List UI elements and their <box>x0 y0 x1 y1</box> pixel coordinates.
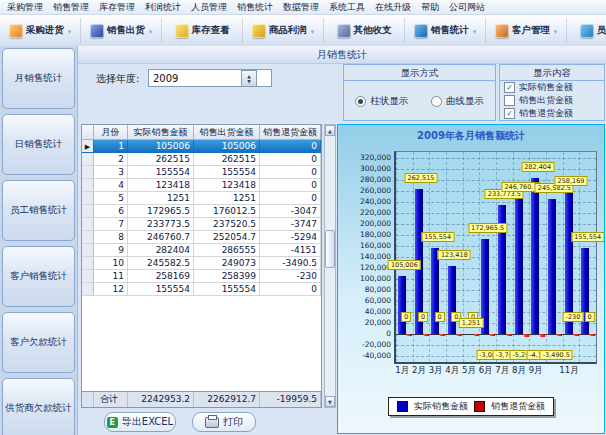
table-cell: 176012.5 <box>194 205 260 218</box>
table-row[interactable]: 31555541555540 <box>82 166 321 179</box>
table-cell: 1251 <box>194 192 260 205</box>
table-row[interactable]: 8246760.7252054.7-5294 <box>82 231 321 244</box>
export-label: 导出EXCEL <box>122 415 173 429</box>
table-row[interactable]: 11050061050060 <box>82 140 321 153</box>
table-row[interactable]: 7233773.5237520.5-3747 <box>82 218 321 231</box>
column-header[interactable]: 销售出货金额 <box>194 125 260 140</box>
radio-icon[interactable] <box>431 96 442 107</box>
table-row[interactable]: 121555541555540 <box>82 283 321 296</box>
table-cell: 237520.5 <box>194 218 260 231</box>
toolbar-button-staff-mgmt[interactable]: 员工管理 <box>567 18 606 43</box>
toolbar-button-customer-mgmt[interactable]: 客户管理 <box>486 18 567 43</box>
table-cell: 1 <box>94 140 128 153</box>
toolbar-button-other-income-expense[interactable]: 其他收支 <box>324 18 405 43</box>
checkbox-option-0[interactable]: 实际销售金额 <box>500 81 604 94</box>
menu-item-7[interactable]: 系统工具 <box>324 1 370 14</box>
menu-item-2[interactable]: 库存管理 <box>94 1 140 14</box>
menu-item-0[interactable]: 采购管理 <box>2 1 48 14</box>
checkbox-option-1[interactable]: 销售出货金额 <box>500 94 604 107</box>
total-cell: 2262912.7 <box>194 392 260 407</box>
stepper-down-icon[interactable] <box>247 79 250 84</box>
sidebar-item-2[interactable]: 员工销售统计 <box>2 180 75 241</box>
toolbar-button-label: 库存查看 <box>192 24 230 37</box>
x-axis-label: 7月 <box>495 365 509 377</box>
table-cell: 8 <box>94 231 128 244</box>
table-cell: 9 <box>94 244 128 257</box>
radio-option-1[interactable]: 曲线显示 <box>431 95 484 108</box>
bar-label: 0 <box>401 312 411 322</box>
table-row[interactable]: 6172965.5176012.5-3047 <box>82 205 321 218</box>
menu-item-4[interactable]: 人员管理 <box>186 1 232 14</box>
checkbox-option-2[interactable]: 销售退货金额 <box>500 107 604 120</box>
bar-returns <box>407 334 412 336</box>
table-cell: 155554 <box>128 283 194 296</box>
menu-item-5[interactable]: 销售统计 <box>232 1 278 14</box>
year-stepper[interactable] <box>241 70 257 87</box>
bar-actual-sales <box>548 199 556 335</box>
scroll-down-icon[interactable] <box>325 396 335 407</box>
display-mode-title: 显示方式 <box>344 65 495 81</box>
checkbox-label: 销售退货金额 <box>519 107 573 120</box>
bar-label: 0 <box>435 312 445 322</box>
sidebar-item-3[interactable]: 客户销售统计 <box>2 246 75 307</box>
menu-item-3[interactable]: 利润统计 <box>140 1 186 14</box>
checkbox-icon[interactable] <box>504 82 515 93</box>
x-axis-label: 9月 <box>529 365 543 377</box>
row-indicator <box>82 218 94 231</box>
bar-label: 0 <box>418 312 428 322</box>
table-cell: 0 <box>260 192 321 205</box>
table-cell: -3490.5 <box>260 257 321 270</box>
radio-option-0[interactable]: 柱状显示 <box>355 95 408 108</box>
printer-icon <box>205 417 219 428</box>
table-cell: 1251 <box>128 192 194 205</box>
table-cell: 3 <box>94 166 128 179</box>
checkbox-icon[interactable] <box>504 108 515 119</box>
scroll-thumb[interactable] <box>325 230 335 268</box>
bar-actual-sales <box>465 334 473 335</box>
toolbar-button-sales-stats[interactable]: 销售统计 <box>405 18 486 43</box>
chart-icon <box>414 24 428 38</box>
column-header[interactable]: 销售退货金额 <box>260 125 321 140</box>
column-header[interactable]: 月份 <box>94 125 128 140</box>
export-excel-button[interactable]: 导出EXCEL <box>104 412 176 432</box>
table-row[interactable]: 5125112510 <box>82 192 321 205</box>
toolbar-button-product-profit[interactable]: 商品利润 <box>243 18 324 43</box>
toolbar-button-inventory-view[interactable]: 库存查看 <box>162 18 243 43</box>
column-header[interactable]: 实际销售金额 <box>128 125 194 140</box>
sidebar-item-1[interactable]: 日销售统计 <box>2 114 75 175</box>
menu-item-10[interactable]: 公司网站 <box>444 1 490 14</box>
table-cell: 105006 <box>128 140 194 153</box>
bar-returns <box>457 334 462 336</box>
bar-returns <box>540 334 545 336</box>
print-button[interactable]: 打印 <box>192 412 256 432</box>
scroll-up-icon[interactable] <box>325 125 335 136</box>
sidebar-item-4[interactable]: 客户欠款统计 <box>2 312 75 373</box>
toolbar-button-purchase-in[interactable]: 采购进货 <box>0 18 81 43</box>
radio-icon[interactable] <box>355 96 366 107</box>
menu-item-9[interactable]: 帮助 <box>416 1 444 14</box>
table-row[interactable]: 41234181234180 <box>82 179 321 192</box>
table-scrollbar[interactable] <box>324 124 336 408</box>
sidebar-item-5[interactable]: 供货商欠款统计 <box>2 378 75 435</box>
row-indicator <box>82 166 94 179</box>
sidebar-item-0[interactable]: 月销售统计 <box>2 48 75 109</box>
total-cell: 合计 <box>94 392 128 407</box>
table-row[interactable]: 11258169258399-230 <box>82 270 321 283</box>
table-cell: 172965.5 <box>128 205 194 218</box>
menu-item-8[interactable]: 在线升级 <box>370 1 416 14</box>
bar-label: 262,515 <box>405 173 438 183</box>
bar-label: -3,490.5 <box>540 350 573 360</box>
toolbar-button-label: 采购进货 <box>26 24 64 37</box>
menu-item-6[interactable]: 数据管理 <box>278 1 324 14</box>
table-row[interactable]: 9282404286555-4151 <box>82 244 321 257</box>
toolbar-button-sales-out[interactable]: 销售出货 <box>81 18 162 43</box>
y-axis-label: 180,000 <box>341 230 391 239</box>
table-row[interactable]: 22625152625150 <box>82 153 321 166</box>
table-row[interactable]: 10245582.5249073-3490.5 <box>82 257 321 270</box>
table-cell: 7 <box>94 218 128 231</box>
checkbox-icon[interactable] <box>504 95 515 106</box>
main-panel: 月销售统计 选择年度: 显示方式 柱状显示曲线显示 显示内容 实际销售金额销售出… <box>77 46 606 435</box>
menu-item-1[interactable]: 销售管理 <box>48 1 94 14</box>
table-cell: 258169 <box>128 270 194 283</box>
y-axis-label: 320,000 <box>341 153 391 162</box>
